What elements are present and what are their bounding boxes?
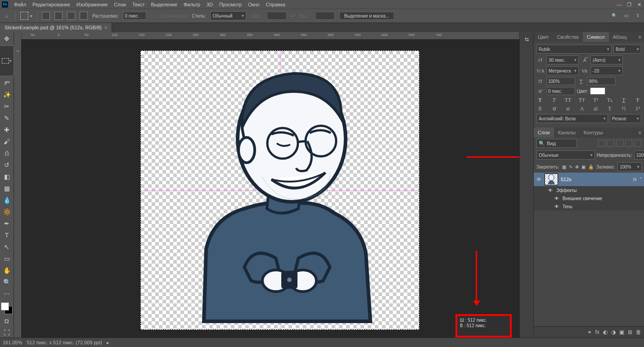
- ordinals-button[interactable]: aͩ: [592, 105, 599, 112]
- select-and-mask-button[interactable]: Выделение и маска...: [339, 12, 394, 20]
- baseline-shift-input[interactable]: [546, 87, 575, 95]
- outerglow-visibility-icon[interactable]: 👁: [554, 195, 560, 201]
- layer-mask-icon[interactable]: ◐: [603, 329, 608, 335]
- close-tab-icon[interactable]: ×: [104, 25, 107, 30]
- link-layers-icon[interactable]: ⚭: [587, 329, 592, 335]
- document-tab[interactable]: StickerExample.psd @ 161% (512s, RGB/8) …: [0, 23, 112, 32]
- text-color-swatch[interactable]: [590, 87, 605, 95]
- restore-icon[interactable]: ❐: [626, 1, 632, 8]
- marquee-tool[interactable]: [0, 46, 14, 76]
- font-weight-select[interactable]: Bold: [613, 45, 641, 54]
- foreground-color-swatch[interactable]: [1, 302, 9, 310]
- menu-layers[interactable]: Слои: [111, 2, 129, 7]
- lasso-tool[interactable]: ም: [2, 78, 12, 88]
- search-icon[interactable]: 🔍: [611, 12, 618, 19]
- shape-tool[interactable]: ▭: [2, 254, 12, 264]
- effect-outer-glow[interactable]: 👁 Внешнее свечение: [534, 194, 644, 202]
- kerning-select[interactable]: Метрическ: [546, 66, 579, 75]
- layer-fx-badge[interactable]: fx: [633, 177, 637, 182]
- menu-select[interactable]: Выделение: [148, 2, 180, 7]
- tab-properties[interactable]: Свойства: [553, 32, 583, 42]
- canvas-viewport[interactable]: Ш : 512 пикс. В : 512 пикс.: [21, 39, 519, 338]
- shadow-visibility-icon[interactable]: 👁: [554, 203, 560, 210]
- tab-character[interactable]: Символ: [583, 32, 609, 42]
- document-size[interactable]: 512 пикс. x 512 пикс. (72.009 ppi): [27, 340, 102, 345]
- new-layer-icon[interactable]: ⊞: [628, 329, 632, 335]
- superscript-button[interactable]: T¹: [592, 97, 599, 104]
- layer-fx-icon[interactable]: fx: [595, 329, 599, 335]
- layer-visibility-icon[interactable]: 👁: [536, 176, 542, 183]
- menu-file[interactable]: Файл: [11, 2, 29, 7]
- menu-help[interactable]: Справка: [263, 2, 288, 7]
- panel-toggle-icon[interactable]: ⇆: [522, 35, 531, 44]
- lock-pixels-icon[interactable]: ▦: [562, 164, 566, 169]
- selection-intersect-icon[interactable]: [80, 12, 88, 20]
- history-brush-tool[interactable]: ↺: [2, 160, 12, 170]
- quickmask-tool[interactable]: ◘: [2, 316, 12, 326]
- group-icon[interactable]: ▣: [619, 329, 624, 335]
- menu-edit[interactable]: Редактирование: [29, 2, 73, 7]
- style-select[interactable]: Обычный: [210, 11, 246, 20]
- screenmode-tool[interactable]: ⛶: [2, 328, 12, 338]
- bold-button[interactable]: T: [536, 97, 544, 104]
- italic-button[interactable]: T: [550, 97, 558, 104]
- menu-3d[interactable]: 3D: [203, 2, 216, 7]
- selection-sub-icon[interactable]: [67, 12, 75, 20]
- adjustment-layer-icon[interactable]: ◑: [611, 329, 616, 335]
- menu-view[interactable]: Просмотр: [216, 2, 245, 7]
- tab-channels[interactable]: Каналы: [554, 128, 580, 137]
- smallcaps-button[interactable]: Tᴛ: [578, 97, 585, 104]
- zoom-level[interactable]: 161.05%: [3, 340, 22, 345]
- marquee-tool-icon[interactable]: [20, 12, 28, 20]
- blur-tool[interactable]: 💧: [2, 195, 12, 205]
- language-select[interactable]: Английский: Вели: [536, 114, 608, 123]
- crop-tool[interactable]: ✂: [2, 101, 12, 111]
- tab-paragraph[interactable]: Абзац: [609, 32, 631, 42]
- layers-panel-menu-icon[interactable]: ≡: [635, 128, 644, 137]
- filter-shape-icon[interactable]: [625, 140, 632, 147]
- effects-header[interactable]: 👁 Эффекты: [534, 186, 644, 194]
- delete-layer-icon[interactable]: 🗑: [636, 329, 641, 335]
- font-size-select[interactable]: 30 пикс.: [546, 55, 579, 64]
- lock-paint-icon[interactable]: ✎: [569, 164, 572, 169]
- minimize-icon[interactable]: —: [616, 1, 622, 8]
- eraser-tool[interactable]: ◧: [2, 172, 12, 182]
- zoom-tool[interactable]: 🔍: [2, 277, 12, 287]
- gradient-tool[interactable]: ▦: [2, 183, 12, 193]
- stylistic-button[interactable]: T: [606, 105, 613, 112]
- move-tool[interactable]: ✥: [2, 34, 12, 44]
- opacity-input[interactable]: 100%: [634, 151, 644, 160]
- font-family-select[interactable]: Rubik: [536, 45, 612, 54]
- titling-button[interactable]: A: [578, 105, 585, 112]
- fill-input[interactable]: 100%: [617, 162, 642, 171]
- lock-artboard-icon[interactable]: ▣: [581, 164, 585, 169]
- strikethrough-button[interactable]: Ŧ: [634, 97, 641, 104]
- effect-drop-shadow[interactable]: 👁 Тень: [534, 202, 644, 210]
- home-icon[interactable]: ⌂: [3, 12, 11, 20]
- fractions-button[interactable]: ½: [620, 105, 627, 112]
- menu-filter[interactable]: Фильтр: [180, 2, 203, 7]
- color-swatches[interactable]: [1, 302, 13, 314]
- slashed-button[interactable]: 1ˢ: [634, 105, 641, 112]
- dodge-tool[interactable]: 🔆: [2, 207, 12, 217]
- filter-adjust-icon[interactable]: [607, 140, 614, 147]
- filter-type-icon[interactable]: [616, 140, 623, 147]
- antialias-select[interactable]: Резкое: [610, 114, 641, 123]
- hand-tool[interactable]: ✋: [2, 265, 12, 275]
- layer-thumbnail[interactable]: [545, 174, 558, 185]
- effects-visibility-icon[interactable]: 👁: [547, 187, 554, 193]
- layer-row[interactable]: 👁 512s fx ˄: [534, 173, 644, 186]
- layer-fx-toggle-icon[interactable]: ˄: [639, 177, 642, 183]
- menu-text[interactable]: Текст: [129, 2, 148, 7]
- horizontal-ruler[interactable]: 50 0 50 100 150 200 250 300 350 400 450 …: [14, 32, 519, 39]
- healing-tool[interactable]: ✚: [2, 125, 12, 135]
- feather-input[interactable]: [123, 12, 146, 20]
- vertical-ruler[interactable]: 0: [14, 39, 21, 338]
- subscript-button[interactable]: T₁: [606, 97, 613, 104]
- horizontal-scale-input[interactable]: [587, 77, 616, 85]
- ligatures-button[interactable]: fi: [536, 105, 544, 112]
- horizontal-guide[interactable]: [141, 190, 419, 191]
- swash-button[interactable]: st: [564, 105, 572, 112]
- filter-smart-icon[interactable]: [634, 140, 641, 147]
- filter-kind-select[interactable]: 🔍 Вид: [536, 139, 577, 148]
